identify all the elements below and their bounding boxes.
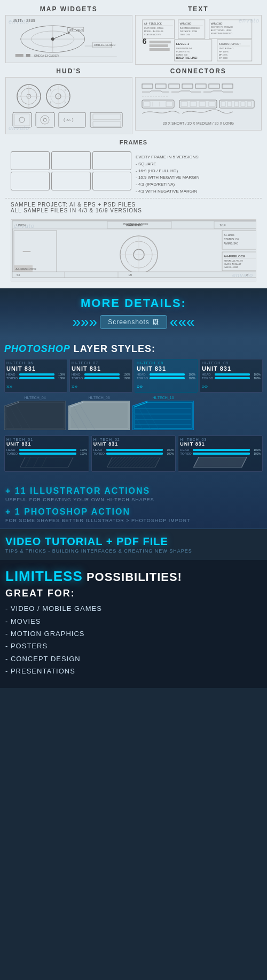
folder-06-shape	[68, 401, 130, 430]
folder-04-label: HI-TECH_04	[4, 396, 66, 400]
svg-text:(: (	[50, 101, 51, 104]
hitech-row-1: HI-TECH_06 UNIT 831 HEAD 100% TORSO 100%…	[4, 359, 263, 393]
bar-fill-torso-01	[19, 453, 76, 455]
preview-frame: envato envato UNIT# WARNING! INCOMING MI…	[11, 219, 256, 281]
svg-text:A4-FIRELOCK: A4-FIRELOCK	[144, 22, 161, 25]
svg-rect-82	[209, 84, 219, 88]
svg-text:STATUS: ACTIVE: STATUS: ACTIVE	[144, 33, 161, 36]
svg-rect-76	[93, 121, 121, 127]
unit-08: UNIT 831	[137, 365, 195, 372]
actions-sub-2: FOR SOME SHAPES BETTER ILLUSTRATOR > PHO…	[5, 518, 262, 523]
svg-text:STATUS REPORT: STATUS REPORT	[218, 42, 240, 45]
bars-07: HEAD 100% TORSO 100%	[72, 373, 130, 380]
svg-text:SECTOR 7G BREACH: SECTOR 7G BREACH	[210, 26, 232, 28]
bars-08: HEAD 100% TORSO 100%	[137, 373, 195, 380]
svg-rect-94	[219, 100, 254, 108]
bar-fill-head	[19, 373, 54, 376]
svg-text:⚊: ⚊	[22, 242, 32, 254]
bars-01: HEAD 100% TORSO 100%	[6, 448, 87, 455]
unit-02: UNIT 831	[93, 442, 174, 447]
connectors-title: CONNECTORS	[135, 67, 262, 75]
svg-rect-88	[166, 102, 172, 106]
torso-val-09: 100%	[251, 377, 261, 380]
head-label-08: HEAD	[137, 373, 148, 376]
head-label-02: HEAD	[93, 448, 105, 451]
chevron-icon-09: »»	[202, 384, 208, 389]
head-label: HEAD	[6, 373, 18, 376]
svg-text:SHIELD ONLINE: SHIELD ONLINE	[176, 47, 192, 50]
bar-torso-06: TORSO 100%	[6, 377, 65, 380]
head-val-03: 100%	[251, 448, 261, 451]
svg-line-157	[33, 457, 38, 468]
chevrons-06: »»	[6, 381, 65, 391]
svg-text:DISTANCE: 200M: DISTANCE: 200M	[179, 30, 197, 33]
map-widget-area: envato UNIT: ZEUS UNIT: ZEUS	[5, 15, 132, 63]
list-item-3: POSTERS	[5, 640, 262, 652]
bar-track-torso	[19, 377, 54, 379]
bar-fill-torso-02	[106, 453, 163, 455]
frames-section: EVERY FRAME IN 5 VERSIONS: - SQUARE - 16…	[5, 149, 262, 198]
svg-text:HP: 100%: HP: 100%	[218, 50, 228, 53]
screenshots-button[interactable]: Screenshots 🖼	[100, 315, 167, 329]
hitech-label-03: HI-TECH_03	[180, 438, 261, 441]
torso-label-03: TORSO	[180, 452, 192, 455]
screenshots-icon: 🖼	[152, 318, 159, 326]
svg-rect-36	[149, 44, 168, 47]
svg-text:6: 6	[142, 37, 146, 45]
hitech-card-08: HI-TECH_08 UNIT 831 HEAD 100% TORSO 100%…	[135, 359, 198, 393]
bars-09: HEAD 100% TORSO 100%	[202, 373, 261, 380]
frame-info-line5: - 4:3 (IPAD/RETINA)	[136, 181, 256, 188]
bar-fill-torso	[19, 377, 54, 379]
svg-rect-97	[234, 102, 239, 106]
svg-text:L9: L9	[129, 273, 132, 277]
bar-track-torso-08	[150, 377, 185, 379]
photoshop-title: PHOTOSHOP LAYER STYLES:	[4, 343, 263, 355]
folder-06-label: HI-TECH_06	[68, 396, 130, 400]
frames-grid	[11, 151, 131, 190]
folder-04-shape	[4, 401, 66, 430]
torso-label: TORSO	[6, 377, 18, 380]
connector-area: 20 X SHORT / 20 X MEDIUM / 20 X LONG	[135, 77, 262, 131]
svg-text:OMEGA-13-GLIDER: OMEGA-13-GLIDER	[34, 54, 59, 57]
hitech-label-09: HI-TECH_09	[202, 361, 261, 365]
bar-track-torso-09	[215, 377, 250, 379]
map-widgets-title: MAP WIDGETS	[5, 5, 132, 13]
list-item-5: PRESENTATIONS	[5, 665, 262, 677]
torso-val-03: 100%	[251, 452, 261, 455]
svg-rect-68	[36, 112, 54, 127]
connectors-sub: 20 X SHORT / 20 X MEDIUM / 20 X LONG	[163, 121, 234, 126]
screenshots-label: Screenshots	[108, 318, 150, 326]
svg-marker-145	[132, 401, 194, 430]
head-label-01: HEAD	[6, 448, 18, 451]
hud-area: envato ( ) ( )	[5, 77, 132, 134]
bar-torso-08: TORSO 100%	[137, 377, 195, 380]
actions-section: + 11 ILLUSTRATOR ACTIONS USEFUL FOR CREA…	[0, 480, 267, 529]
svg-text:ALERT LEVEL: HIGH: ALERT LEVEL: HIGH	[210, 29, 231, 32]
svg-rect-127	[12, 272, 256, 278]
svg-rect-98	[241, 102, 245, 106]
hitech-card-07: HI-TECH_07 UNIT 831 HEAD 100% TORSO 100%…	[69, 359, 132, 393]
list-item-2: MOTION GRAPHICS	[5, 627, 262, 640]
bars-06: HEAD 100% TORSO 100%	[6, 373, 65, 380]
map-lines: UNIT: ZEUS UNIT: ZEUS	[6, 17, 132, 62]
svg-text:LEVEL 1: LEVEL 1	[176, 42, 189, 45]
shape-02	[93, 457, 174, 470]
bar-head-02: HEAD 100%	[93, 448, 174, 451]
folder-10-shape	[132, 401, 194, 430]
svg-text:STATUS: OK: STATUS: OK	[224, 238, 240, 241]
more-details-title: MORE DETAILS:	[5, 296, 262, 310]
folder-10-wrapper: HI-TECH_10	[132, 396, 194, 432]
bar-track-head-02	[106, 449, 163, 451]
hitech-label-06: HI-TECH_06	[6, 361, 65, 365]
svg-text:MP: 75%: MP: 75%	[218, 53, 227, 56]
svg-rect-90	[181, 102, 187, 106]
frame-info-line6: - 4:3 WITH NEGATIVE MARGIN	[136, 188, 256, 195]
frames-label-wrapper: FRAMES	[5, 137, 262, 149]
unit-01: UNIT 831	[6, 442, 87, 447]
svg-text:XP: 2400: XP: 2400	[218, 57, 227, 59]
bar-fill-head-08	[150, 373, 185, 376]
unit-07: UNIT 831	[72, 365, 130, 372]
row-map-text: MAP WIDGETS envato UNIT: ZEUS	[5, 5, 262, 65]
svg-rect-95	[221, 102, 225, 106]
hitech-label-08: HI-TECH_08	[137, 361, 195, 365]
